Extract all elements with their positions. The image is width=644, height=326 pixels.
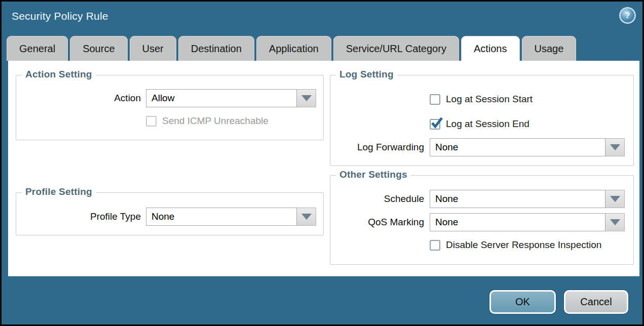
action-label: Action: [16, 93, 146, 104]
chevron-down-icon: [610, 144, 620, 150]
tab-label: User: [142, 43, 164, 55]
ok-button[interactable]: OK: [489, 290, 556, 314]
qos-marking-label: QoS Marking: [330, 217, 430, 228]
tab-user[interactable]: User: [130, 36, 176, 61]
profile-setting-legend: Profile Setting: [22, 186, 96, 197]
security-policy-rule-dialog: Security Policy Rule ? General Source Us…: [0, 0, 644, 326]
tab-label: Application: [269, 43, 319, 55]
log-setting-legend: Log Setting: [336, 69, 397, 80]
dialog-title: Security Policy Rule: [12, 10, 108, 22]
send-icmp-row: Send ICMP Unreachable: [16, 115, 323, 127]
dsri-label: Disable Server Response Inspection: [446, 239, 601, 251]
other-settings-legend: Other Settings: [336, 169, 411, 180]
qos-marking-combo: None: [430, 213, 625, 231]
send-icmp-label: Send ICMP Unreachable: [162, 115, 269, 127]
schedule-dropdown-button[interactable]: [605, 190, 625, 208]
chevron-down-icon: [301, 214, 312, 220]
schedule-label: Schedule: [330, 193, 430, 205]
tab-bar: General Source User Destination Applicat…: [7, 36, 637, 61]
tab-label: Service/URL Category: [346, 43, 446, 55]
log-session-end-row: Log at Session End: [330, 118, 633, 130]
profile-type-dropdown[interactable]: None: [146, 208, 297, 226]
tab-content-panel: Action Setting Action Allow Send ICMP Un…: [8, 61, 639, 276]
check-icon: [430, 116, 443, 130]
action-combo: Allow: [146, 89, 316, 107]
log-session-start-checkbox[interactable]: [430, 94, 440, 105]
title-bar: Security Policy Rule ?: [2, 2, 642, 33]
qos-marking-value: None: [435, 217, 458, 228]
other-settings-group: Other Settings Schedule None QoS Marking…: [330, 175, 634, 265]
log-session-end-label: Log at Session End: [446, 118, 529, 130]
log-setting-group: Log Setting Log at Session Start Log at …: [330, 75, 634, 166]
profile-type-value: None: [151, 211, 174, 222]
help-icon[interactable]: ?: [621, 9, 634, 22]
tab-actions[interactable]: Actions: [461, 36, 520, 61]
tab-destination[interactable]: Destination: [178, 36, 254, 61]
tab-application[interactable]: Application: [256, 36, 331, 61]
log-session-start-row: Log at Session Start: [330, 94, 633, 105]
schedule-dropdown[interactable]: None: [430, 190, 605, 208]
send-icmp-checkbox[interactable]: [146, 116, 157, 127]
tab-label: Actions: [474, 43, 507, 55]
log-forwarding-dropdown[interactable]: None: [430, 138, 605, 156]
profile-type-combo: None: [146, 208, 316, 226]
profile-type-dropdown-button[interactable]: [297, 208, 316, 226]
action-setting-legend: Action Setting: [22, 69, 96, 80]
log-forwarding-label: Log Forwarding: [330, 142, 430, 153]
log-session-start-label: Log at Session Start: [446, 94, 533, 105]
dsri-checkbox[interactable]: [430, 240, 440, 251]
tab-label: Usage: [535, 43, 564, 55]
qos-marking-dropdown-button[interactable]: [605, 213, 625, 231]
chevron-down-icon: [610, 196, 620, 202]
tab-service-url-category[interactable]: Service/URL Category: [333, 36, 459, 61]
tab-source[interactable]: Source: [70, 36, 127, 61]
dsri-row: Disable Server Response Inspection: [330, 239, 633, 251]
log-forwarding-combo: None: [430, 138, 625, 156]
action-dropdown[interactable]: Allow: [146, 89, 297, 107]
action-setting-group: Action Setting Action Allow Send ICMP Un…: [16, 75, 324, 140]
ok-button-label: OK: [515, 296, 530, 308]
action-value: Allow: [151, 93, 174, 104]
schedule-value: None: [435, 193, 458, 205]
help-glyph: ?: [625, 11, 630, 20]
log-forwarding-dropdown-button[interactable]: [605, 138, 625, 156]
action-dropdown-button[interactable]: [297, 89, 316, 107]
log-forwarding-value: None: [435, 142, 458, 153]
chevron-down-icon: [610, 219, 620, 225]
tab-label: General: [19, 43, 55, 55]
tab-general[interactable]: General: [7, 36, 68, 61]
log-session-end-checkbox[interactable]: [430, 119, 440, 130]
tab-usage[interactable]: Usage: [522, 36, 577, 61]
profile-setting-group: Profile Setting Profile Type None: [16, 192, 324, 235]
tab-label: Destination: [191, 43, 242, 55]
chevron-down-icon: [301, 95, 312, 101]
profile-type-label: Profile Type: [16, 211, 146, 222]
cancel-button-label: Cancel: [580, 296, 612, 308]
qos-marking-dropdown[interactable]: None: [430, 213, 605, 231]
tab-label: Source: [83, 43, 115, 55]
schedule-combo: None: [430, 190, 625, 208]
cancel-button[interactable]: Cancel: [564, 290, 628, 314]
